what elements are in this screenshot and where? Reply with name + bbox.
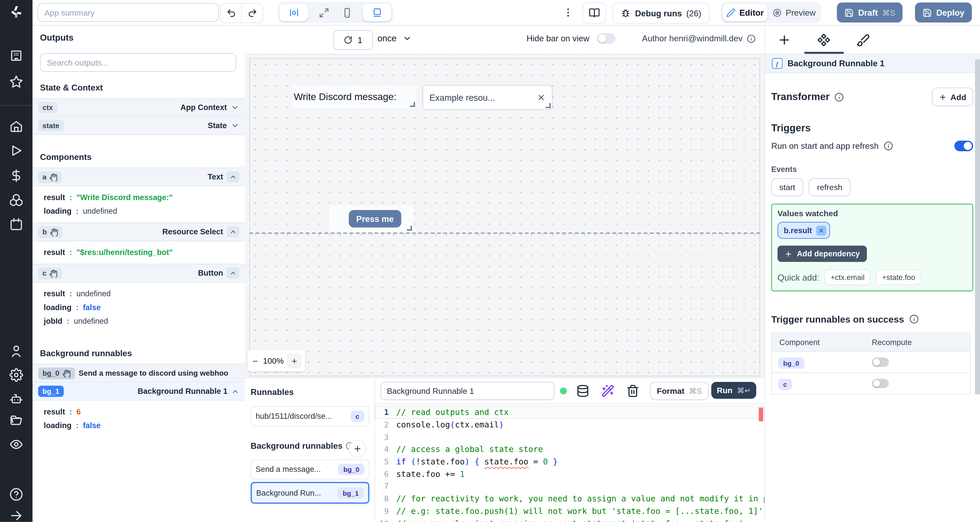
delete-trash-icon[interactable] xyxy=(626,384,640,398)
info-icon[interactable] xyxy=(884,141,893,151)
output-row-state[interactable]: state State xyxy=(32,117,245,135)
resize-handle[interactable] xyxy=(410,102,415,107)
runs-play-icon[interactable] xyxy=(9,144,23,158)
code-line[interactable]: 7 xyxy=(375,480,764,492)
run-on-start-toggle[interactable] xyxy=(955,141,973,151)
code-line[interactable]: 5if (!state.foo) { state.foo = 0 } xyxy=(375,455,764,468)
users-icon[interactable] xyxy=(9,344,23,358)
panel-scrollbar[interactable] xyxy=(975,59,980,395)
component-row-c[interactable]: c Button xyxy=(32,264,245,283)
component-badge[interactable]: bg_0 xyxy=(778,357,804,369)
desktop-view-button[interactable] xyxy=(363,4,391,21)
tab-styling-brush-icon[interactable] xyxy=(856,33,870,47)
draft-button[interactable]: Draft ⌘S xyxy=(837,3,903,22)
home-icon[interactable] xyxy=(9,119,23,133)
chevron-up-icon[interactable] xyxy=(231,387,239,395)
info-icon[interactable] xyxy=(909,314,918,324)
cache-database-icon[interactable] xyxy=(576,384,589,398)
workers-robot-icon[interactable] xyxy=(9,392,23,406)
refresh-count-button[interactable]: 1 xyxy=(333,30,373,50)
schedule-mode-dropdown[interactable]: once xyxy=(377,33,412,43)
run-button[interactable]: Run ⌘↵ xyxy=(711,382,756,399)
chevron-up-icon[interactable] xyxy=(227,267,239,279)
clear-selection-icon[interactable] xyxy=(537,93,546,102)
app-summary-input[interactable] xyxy=(37,3,219,22)
variables-dollar-icon[interactable] xyxy=(9,169,23,183)
runnable-card-bg0[interactable]: Send a message... bg_0 xyxy=(251,459,369,479)
component-badge[interactable]: c xyxy=(778,379,792,390)
windmill-logo-icon[interactable] xyxy=(9,5,23,19)
help-icon[interactable] xyxy=(9,487,23,501)
chevron-up-icon[interactable] xyxy=(227,171,239,183)
quick-add-state-foo[interactable]: +state.foo xyxy=(876,269,921,285)
code-line[interactable]: 8// for reactivity to work, you need to … xyxy=(375,492,764,505)
quick-add-ctx-email[interactable]: +ctx.email xyxy=(824,269,871,285)
press-me-button[interactable]: Press me xyxy=(349,210,401,228)
schedules-calendar-icon[interactable] xyxy=(9,218,23,231)
remove-watched-value-icon[interactable] xyxy=(816,225,826,235)
info-icon[interactable] xyxy=(835,92,844,102)
runnable-name-input[interactable] xyxy=(381,382,554,400)
tab-preview[interactable]: Preview xyxy=(769,4,819,21)
canvas-resource-select-component[interactable]: Example resou... xyxy=(422,85,552,110)
zoom-in-button[interactable]: + xyxy=(287,353,302,368)
runnable-card-bg1-selected[interactable]: Background Run... bg_1 xyxy=(251,482,369,504)
more-menu-button[interactable] xyxy=(561,5,575,20)
tab-insert-plus-icon[interactable] xyxy=(778,33,791,47)
code-line[interactable]: 9// e.g: state.foo.push(1) will not work… xyxy=(375,505,764,517)
folders-icon[interactable] xyxy=(9,414,23,428)
undo-button[interactable] xyxy=(221,4,241,23)
audit-eye-icon[interactable] xyxy=(9,438,23,452)
center-layout-button[interactable] xyxy=(280,4,308,21)
recompute-toggle[interactable] xyxy=(872,379,889,388)
component-row-b[interactable]: b Resource Select xyxy=(32,223,245,241)
code-line[interactable]: 1// read outputs and ctx xyxy=(375,406,764,419)
runnable-card-hub[interactable]: hub/1511/discord/se... c xyxy=(251,406,369,426)
ai-wand-icon[interactable] xyxy=(601,384,614,398)
resize-handle[interactable] xyxy=(407,226,412,231)
code-line[interactable]: 2console.log(ctx.email) xyxy=(375,419,764,431)
canvas-text-component[interactable]: Write Discord message: xyxy=(293,86,416,108)
canvas-button-component[interactable]: Press me xyxy=(329,205,413,232)
docs-book-button[interactable] xyxy=(582,3,606,24)
search-outputs-input[interactable] xyxy=(40,53,236,72)
info-icon[interactable] xyxy=(747,34,756,43)
component-b-type: Resource Select xyxy=(162,228,223,236)
chevron-down-icon[interactable] xyxy=(231,103,240,112)
code-lines[interactable]: 1// read outputs and ctx2console.log(ctx… xyxy=(375,404,764,522)
favorites-star-icon[interactable] xyxy=(9,75,23,89)
hide-bar-toggle[interactable] xyxy=(597,33,616,44)
workspace-icon[interactable] xyxy=(9,49,23,63)
resources-boxes-icon[interactable] xyxy=(9,193,23,207)
add-background-runnable-button[interactable] xyxy=(349,440,366,458)
background-runnable-row-bg0[interactable]: bg_0 Send a message to discord using web… xyxy=(32,364,245,382)
component-row-a[interactable]: a Text xyxy=(32,167,245,186)
code-line[interactable]: 6state.foo += 1 xyxy=(375,468,764,480)
tab-editor[interactable]: Editor xyxy=(722,4,767,21)
code-line[interactable]: 10// you may also just reassign as next … xyxy=(375,517,764,522)
chevron-down-icon[interactable] xyxy=(231,121,240,130)
format-button[interactable]: Format ⌘S xyxy=(650,382,709,400)
output-row-ctx[interactable]: ctx App Context xyxy=(32,98,245,117)
tab-component-settings-icon[interactable] xyxy=(817,33,831,47)
chevron-up-icon[interactable] xyxy=(227,226,239,237)
redo-button[interactable] xyxy=(241,4,262,23)
resize-handle[interactable] xyxy=(546,103,550,108)
debug-runs-button[interactable]: Debug runs (26) xyxy=(612,3,710,24)
app-canvas[interactable]: Write Discord message: Example resou... … xyxy=(245,54,764,377)
mobile-view-button[interactable] xyxy=(332,4,361,21)
settings-gear-icon[interactable] xyxy=(9,368,23,382)
code-line[interactable]: 3 xyxy=(375,431,764,443)
collapse-arrow-icon[interactable] xyxy=(9,509,23,522)
zoom-out-button[interactable]: − xyxy=(251,355,260,366)
event-pill-refresh[interactable]: refresh xyxy=(809,178,851,196)
recompute-toggle[interactable] xyxy=(872,358,889,367)
watched-value-chip[interactable]: b.result xyxy=(778,222,830,239)
code-line[interactable]: 4// access a global state store xyxy=(375,443,764,455)
add-dependency-button[interactable]: Add dependency xyxy=(778,246,867,262)
deploy-button[interactable]: Deploy xyxy=(915,3,972,22)
app-height-dashed-boundary[interactable] xyxy=(249,232,760,234)
event-pill-start[interactable]: start xyxy=(771,178,803,196)
add-transformer-button[interactable]: Add xyxy=(932,88,973,107)
background-runnable-row-bg1[interactable]: bg_1 Background Runnable 1 xyxy=(32,382,245,401)
